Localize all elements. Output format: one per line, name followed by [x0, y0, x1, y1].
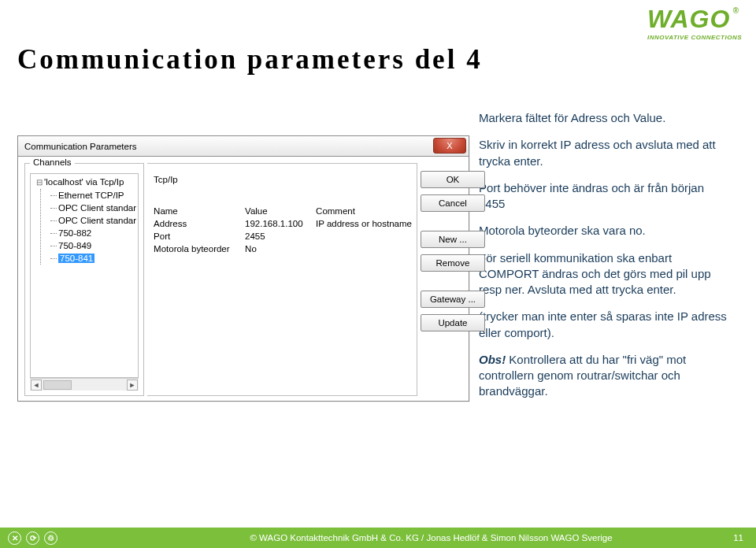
close-button[interactable]: X	[433, 138, 466, 154]
scroll-right-icon[interactable]: ►	[127, 380, 138, 391]
tree-item-label: 750-841	[58, 254, 94, 263]
param-row-port[interactable]: Port 2455	[152, 230, 412, 243]
param-row-address[interactable]: Address 192.168.1.100 IP address or host…	[152, 217, 412, 230]
body-p1: Markera fältet för Adress och Value.	[479, 110, 731, 126]
param-row-byteorder[interactable]: Motorola byteorder No	[152, 243, 412, 255]
col-comment: Comment	[314, 206, 412, 216]
param-value[interactable]: 192.168.1.100	[243, 219, 314, 228]
params-protocol-name: Tcp/Ip	[152, 175, 243, 184]
footer-copyright: © WAGO Kontakttechnik GmbH & Co. KG	[250, 533, 418, 542]
body-p2: Skriv in korrekt IP adress och avsluta m…	[479, 137, 731, 169]
remove-label: Remove	[436, 258, 470, 268]
col-name: Name	[152, 206, 243, 216]
param-name: Port	[152, 231, 243, 241]
page-title: Communication parameters del 4	[17, 44, 483, 76]
ok-label: OK	[447, 175, 460, 184]
body-p7: Obs! Kontrollera att du har "fri väg" mo…	[479, 352, 731, 400]
scroll-left-icon[interactable]: ◄	[31, 380, 42, 391]
brand-logo: ® WAGO INNOVATIVE CONNECTIONS	[647, 5, 742, 41]
tree-item-label: OPC Client standar	[58, 216, 136, 225]
cancel-label: Cancel	[439, 198, 467, 208]
remove-button[interactable]: Remove	[421, 254, 485, 272]
dialog-title-text: Communication Parameters	[24, 142, 137, 151]
new-label: New ...	[439, 235, 467, 244]
footer-bar: ✕ ⟳ ♲ © WAGO Kontakttechnik GmbH & Co. K…	[0, 528, 756, 548]
footer-icons: ✕ ⟳ ♲	[0, 531, 57, 545]
param-value[interactable]: No	[243, 244, 314, 254]
param-comment: IP address or hostname	[314, 219, 412, 228]
params-heading-row: Tcp/Ip	[152, 173, 412, 186]
brand-tagline: INNOVATIVE CONNECTIONS	[647, 34, 742, 41]
tree-item-label: Ethernet TCP/IP	[58, 191, 124, 200]
update-button[interactable]: Update	[421, 314, 485, 331]
tree-item-750-841[interactable]: 750-841	[50, 252, 138, 265]
body-p6: (trycker man inte enter så sparas inte I…	[479, 309, 731, 341]
param-name: Motorola byteorder	[152, 244, 243, 254]
footer-icon-3: ♲	[44, 531, 57, 545]
tree-item-opc1[interactable]: OPC Client standar	[50, 202, 138, 214]
tree-item-label: 750-882	[58, 228, 91, 238]
tree-collapse-icon[interactable]: ⊟	[35, 176, 43, 189]
params-column-headers: Name Value Comment	[152, 205, 412, 217]
channels-legend: Channels	[30, 157, 75, 167]
footer-icon-2: ⟳	[26, 531, 39, 545]
tree-item-opc2[interactable]: OPC Client standar	[50, 214, 138, 227]
brand-name: WAGO	[647, 5, 742, 34]
gateway-label: Gateway ...	[430, 294, 476, 304]
tree-item-label: 750-849	[58, 241, 91, 250]
footer-icon-1: ✕	[8, 531, 21, 545]
tree-item-750-849[interactable]: 750-849	[50, 239, 138, 252]
ok-button[interactable]: OK	[421, 171, 485, 188]
update-label: Update	[438, 318, 467, 328]
body-text: Markera fältet för Adress och Value. Skr…	[479, 110, 731, 411]
channels-group: Channels ⊟'localhost' via Tcp/Ip Etherne…	[24, 163, 144, 396]
scroll-thumb[interactable]	[43, 380, 72, 390]
channels-tree[interactable]: ⊟'localhost' via Tcp/Ip Ethernet TCP/IP …	[30, 173, 139, 378]
registered-icon: ®	[733, 6, 739, 15]
footer-authors: Jonas Hedlöf & Simon Nilsson WAGO Sverig…	[427, 533, 613, 542]
body-p5: För seriell kommunikation ska enbart COM…	[479, 250, 731, 298]
param-value[interactable]: 2455	[243, 231, 314, 241]
new-button[interactable]: New ...	[421, 231, 485, 248]
tree-root-label: 'localhost' via Tcp/Ip	[44, 177, 124, 187]
tree-item-label: OPC Client standar	[58, 203, 136, 213]
params-group: Tcp/Ip Name Value Comment Address 192.16…	[147, 163, 417, 396]
footer-page-number: 11	[718, 533, 756, 542]
cancel-button[interactable]: Cancel	[421, 194, 485, 212]
tree-hscrollbar[interactable]: ◄ ►	[30, 378, 139, 391]
col-value: Value	[243, 206, 314, 216]
obs-text: Kontrollera att du har "fri väg" mot con…	[479, 353, 686, 398]
dialog-titlebar[interactable]: Communication Parameters X	[18, 136, 469, 157]
params-grid: Tcp/Ip Name Value Comment Address 192.16…	[152, 172, 412, 255]
tree-item-ethernet[interactable]: Ethernet TCP/IP	[50, 189, 138, 202]
body-p3: Port behöver inte ändras och är från bör…	[479, 180, 731, 213]
param-name: Address	[152, 219, 243, 228]
gateway-button[interactable]: Gateway ...	[421, 291, 485, 308]
dialog-buttons: OK Cancel New ... Remove Gateway ... Upd…	[421, 163, 485, 396]
comm-params-dialog: Communication Parameters X Channels ⊟'lo…	[17, 135, 469, 402]
body-p4: Motorola byteorder ska vara no.	[479, 223, 731, 239]
tree-item-750-882[interactable]: 750-882	[50, 227, 138, 239]
close-icon: X	[447, 141, 452, 150]
tree-root-item[interactable]: ⊟'localhost' via Tcp/Ip	[34, 176, 138, 189]
footer-credit: © WAGO Kontakttechnik GmbH & Co. KG / Jo…	[57, 533, 718, 542]
